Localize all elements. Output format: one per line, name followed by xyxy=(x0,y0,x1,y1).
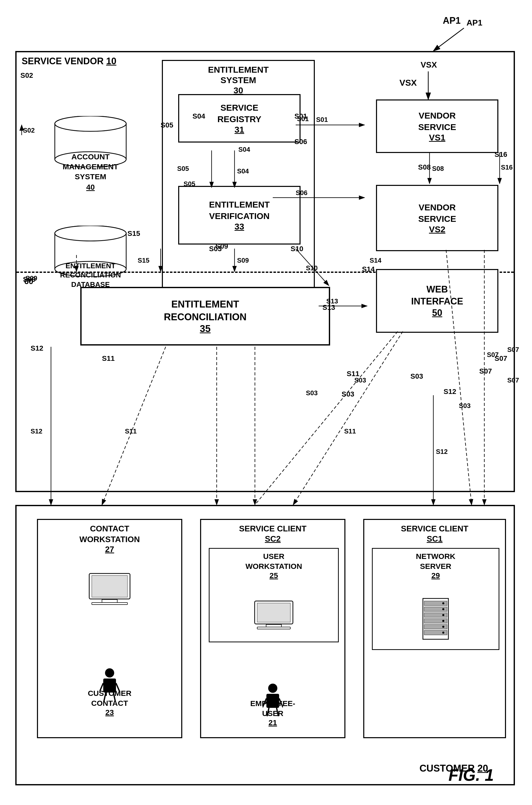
vsx-label: VSX xyxy=(399,78,417,88)
ap1-label: AP1 xyxy=(443,15,461,26)
diagram: AP1 SERVICE VENDOR 10 ENTITLEMENTSYSTEM … xyxy=(0,0,532,805)
service-vendor-box: SERVICE VENDOR 10 ENTITLEMENTSYSTEM 30 S… xyxy=(15,51,515,492)
svg-rect-13 xyxy=(92,576,128,597)
customer-box: CUSTOMER 20 CONTACTWORKSTATION 27 xyxy=(15,505,515,785)
signal-s05: S05 xyxy=(160,121,173,129)
sc1-title: SERVICE CLIENT SC1 xyxy=(364,524,505,544)
svg-point-44 xyxy=(442,632,444,634)
svg-text:AP1: AP1 xyxy=(467,18,482,27)
vs2-box: VENDORSERVICE VS2 xyxy=(376,185,498,251)
signal-s13: S13 xyxy=(322,303,335,312)
svg-point-39 xyxy=(442,602,444,604)
network-server-box: NETWORKSERVER 29 xyxy=(372,548,499,650)
svg-rect-23 xyxy=(257,603,290,622)
vs1-box: VENDORSERVICE VS1 xyxy=(376,99,498,153)
ns-title: NETWORKSERVER 29 xyxy=(373,551,499,580)
signal-s07-right: S07 xyxy=(495,354,507,362)
svg-point-11 xyxy=(55,226,126,241)
signal-s08: S08 xyxy=(418,163,431,171)
user-workstation-computer-icon xyxy=(251,600,297,634)
sc1-box: SERVICE CLIENT SC1 NETWORKSERVER 29 xyxy=(363,519,506,738)
svg-point-41 xyxy=(442,614,444,616)
svg-line-48 xyxy=(433,28,464,51)
signal-s09-left: S09 xyxy=(23,275,36,283)
signal-s11-left: S11 xyxy=(102,354,115,362)
signal-s15: S15 xyxy=(128,229,140,238)
cw-title: CONTACTWORKSTATION 27 xyxy=(38,524,181,554)
svg-rect-25 xyxy=(257,627,290,629)
service-vendor-label: SERVICE VENDOR 10 xyxy=(22,56,116,67)
uw-title: USERWORKSTATION 25 xyxy=(210,551,338,580)
svg-point-43 xyxy=(442,626,444,628)
entitlement-verification-box: ENTITLEMENTVERIFICATION 33 xyxy=(178,186,301,245)
ams-container: ACCOUNTMANAGEMENTSYSTEM 40 xyxy=(37,116,144,191)
svg-rect-24 xyxy=(266,624,281,627)
user-workstation-box: USERWORKSTATION 25 xyxy=(209,548,339,642)
svg-rect-14 xyxy=(102,599,117,602)
signal-s06-label: S06 xyxy=(294,138,307,146)
entitlement-system-title: ENTITLEMENTSYSTEM 30 xyxy=(163,64,314,95)
erd-title: ENTITLEMENTRECONCILIATIONDATABASE xyxy=(37,261,144,289)
customer-contact-label: CUSTOMERCONTACT 23 xyxy=(38,688,181,717)
signal-s03-er: S03 xyxy=(209,245,222,253)
svg-point-16 xyxy=(105,668,114,677)
svg-point-40 xyxy=(442,608,444,610)
signal-s03-mid: S03 xyxy=(342,390,354,398)
signal-s03-ws: S03 xyxy=(411,372,423,380)
contact-workstation-computer-icon xyxy=(84,571,135,610)
signal-s16: S16 xyxy=(495,150,507,158)
ams-title: ACCOUNTMANAGEMENTSYSTEM xyxy=(37,152,144,182)
employee-user-label: EMPLOYEE-USER 21 xyxy=(201,698,344,727)
sc2-box: SERVICE CLIENT SC2 USERWORKSTATION 25 xyxy=(200,519,345,738)
sc2-title: SERVICE CLIENT SC2 xyxy=(201,524,344,544)
svg-point-26 xyxy=(268,684,277,693)
svg-point-42 xyxy=(442,620,444,622)
contact-workstation-box: CONTACTWORKSTATION 27 xyxy=(37,519,182,738)
signal-s02: S02 xyxy=(20,71,33,79)
signal-s01: S01 xyxy=(294,112,307,120)
svg-rect-15 xyxy=(92,602,128,604)
signal-s10: S10 xyxy=(291,245,303,253)
signal-s12-right: S12 xyxy=(443,388,456,396)
signal-s07-ws: S07 xyxy=(479,367,492,375)
fig-label: FIG. 1 xyxy=(449,766,494,785)
er-box: ENTITLEMENTRECONCILIATION 35 xyxy=(80,287,330,345)
signal-s14: S14 xyxy=(362,265,375,273)
wi-box: WEBINTERFACE 50 xyxy=(376,269,498,333)
signal-s11-right: S11 xyxy=(347,370,359,378)
svg-point-5 xyxy=(55,116,126,131)
signal-s12-left: S12 xyxy=(31,344,43,352)
server-rack-icon xyxy=(420,597,451,641)
signal-s04-top: S04 xyxy=(192,112,205,120)
